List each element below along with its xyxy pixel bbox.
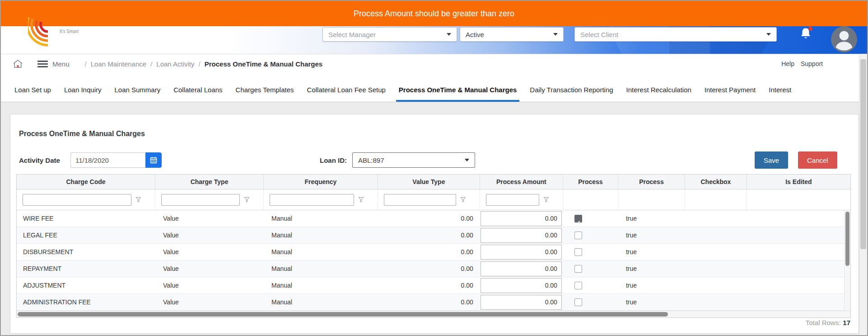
process-amount-input[interactable] xyxy=(481,228,562,243)
activity-date-label: Activity Date xyxy=(19,156,60,164)
cell-frequency: Manual xyxy=(263,227,378,243)
status-select[interactable]: Active xyxy=(460,27,564,42)
page-scrollbar[interactable] xyxy=(859,54,867,335)
cell-process-flag: true xyxy=(618,210,685,227)
column-header[interactable]: Is Edited xyxy=(747,175,850,189)
app-window: Process Amount should be greater than ze… xyxy=(0,0,868,336)
process-amount-input[interactable] xyxy=(481,278,562,293)
column-header[interactable]: Checkbox xyxy=(685,175,747,189)
cell-process-amount xyxy=(480,277,563,293)
cell-charge-type: Value xyxy=(155,294,263,310)
process-amount-input[interactable] xyxy=(481,295,562,310)
menu-icon[interactable] xyxy=(37,59,48,69)
filter-icon[interactable] xyxy=(358,197,364,203)
breadcrumb-item[interactable]: Loan Maintenance xyxy=(91,60,146,68)
notifications-bell-icon[interactable] xyxy=(799,27,813,42)
breadcrumb-item[interactable]: Loan Activity xyxy=(156,60,194,68)
column-header[interactable]: Frequency xyxy=(263,175,378,189)
process-amount-input[interactable] xyxy=(481,245,562,260)
tab-loan-summary[interactable]: Loan Summary xyxy=(114,86,160,102)
filter-icon[interactable] xyxy=(543,197,549,203)
cell-process-amount xyxy=(480,294,563,310)
tab-charges-templates[interactable]: Charges Templates xyxy=(236,86,294,102)
manager-select[interactable]: Select Manager xyxy=(322,27,457,42)
filter-cell xyxy=(563,189,618,210)
column-header[interactable]: Process xyxy=(618,175,685,189)
cell-process-amount xyxy=(480,244,563,260)
cell-process-checkbox xyxy=(563,227,618,243)
page-scroll-thumb[interactable] xyxy=(860,59,866,249)
cell-process-flag: true xyxy=(618,294,685,310)
save-button[interactable]: Save xyxy=(755,151,788,169)
table-body: WIRE FEE Value Manual 0.00 true LEGAL FE… xyxy=(17,210,850,311)
chevron-down-icon xyxy=(553,33,558,36)
column-header[interactable]: Process xyxy=(563,175,618,189)
breadcrumb-separator: / xyxy=(150,60,152,68)
column-header[interactable]: Value Type xyxy=(378,175,480,189)
cell-value-type: 0.00 xyxy=(378,277,480,293)
controls-row: Activity Date Loan ID: xyxy=(10,152,859,170)
column-header[interactable]: Charge Code xyxy=(17,175,155,189)
loan-id-value: ABL:897 xyxy=(358,156,384,164)
vertical-scroll-thumb[interactable] xyxy=(845,212,849,266)
help-link[interactable]: Help xyxy=(781,60,794,67)
filter-input[interactable] xyxy=(161,194,240,206)
cancel-button[interactable]: Cancel xyxy=(798,151,837,169)
filter-icon[interactable] xyxy=(135,197,141,203)
table-horizontal-scrollbar[interactable] xyxy=(17,311,850,317)
process-checkbox[interactable] xyxy=(574,298,582,306)
filter-icon[interactable] xyxy=(244,197,250,203)
calendar-icon[interactable] xyxy=(145,152,162,168)
filter-cell xyxy=(747,189,850,210)
cell-is-edited xyxy=(747,244,850,260)
client-select[interactable]: Select Client xyxy=(574,27,777,42)
tab-process-onetime-manual-charges[interactable]: Process OneTime & Manual Charges xyxy=(399,86,517,102)
process-checkbox[interactable] xyxy=(574,282,582,289)
process-checkbox[interactable] xyxy=(574,232,582,239)
tab-loan-inquiry[interactable]: Loan Inquiry xyxy=(64,86,102,102)
process-amount-input[interactable] xyxy=(481,261,562,276)
cell-charge-type: Value xyxy=(155,277,263,293)
process-checkbox[interactable] xyxy=(574,248,582,256)
tab-interest[interactable]: Interest xyxy=(769,86,791,102)
user-avatar[interactable] xyxy=(831,26,857,52)
cell-charge-type: Value xyxy=(155,227,263,243)
column-header[interactable]: Charge Type xyxy=(155,175,263,189)
cell-process-checkbox xyxy=(563,277,618,293)
table-header-row: Charge CodeCharge TypeFrequencyValue Typ… xyxy=(17,175,850,189)
total-rows: Total Rows:17 xyxy=(806,319,850,327)
support-link[interactable]: Support xyxy=(801,60,823,67)
home-icon[interactable] xyxy=(13,59,23,69)
loan-id-select[interactable]: ABL:897 xyxy=(352,152,475,168)
tab-collateral-loan-fee-setup[interactable]: Collateral Loan Fee Setup xyxy=(307,86,386,102)
menu-label[interactable]: Menu xyxy=(52,60,70,68)
column-header[interactable]: Process Amount xyxy=(480,175,563,189)
horizontal-scroll-thumb[interactable] xyxy=(18,312,668,317)
cell-checkbox xyxy=(685,244,747,260)
brand-logo-icon xyxy=(28,16,57,47)
table-vertical-scrollbar[interactable] xyxy=(844,210,850,311)
tab-interest-recalculation[interactable]: Interest Recalculation xyxy=(626,86,691,102)
table-row: REPAYMENT Value Manual 0.00 true xyxy=(17,260,850,277)
tab-daily-transaction-reporting[interactable]: Daily Transaction Reporting xyxy=(530,86,613,102)
cell-frequency: Manual xyxy=(263,210,378,227)
cell-value-type: 0.00 xyxy=(378,227,480,243)
activity-date-input[interactable] xyxy=(70,152,145,168)
process-checkbox[interactable] xyxy=(574,215,582,222)
loan-id-label: Loan ID: xyxy=(320,156,347,164)
filter-input[interactable] xyxy=(23,194,131,206)
page-title: Process OneTime & Manual Charges xyxy=(19,130,145,138)
tab-loan-set-up[interactable]: Loan Set up xyxy=(14,86,51,102)
cell-process-checkbox xyxy=(563,210,618,227)
filter-input[interactable] xyxy=(486,194,539,206)
tab-interest-payment[interactable]: Interest Payment xyxy=(705,86,756,102)
process-checkbox[interactable] xyxy=(574,265,582,273)
filter-input[interactable] xyxy=(270,194,354,206)
filter-icon[interactable] xyxy=(460,197,466,203)
filter-input[interactable] xyxy=(384,194,456,206)
cell-charge-code: WIRE FEE xyxy=(17,210,155,227)
process-amount-input[interactable] xyxy=(481,211,562,226)
tab-collateral-loans[interactable]: Collateral Loans xyxy=(173,86,222,102)
cell-process-checkbox xyxy=(563,294,618,310)
header-links: Help Support xyxy=(781,60,823,67)
